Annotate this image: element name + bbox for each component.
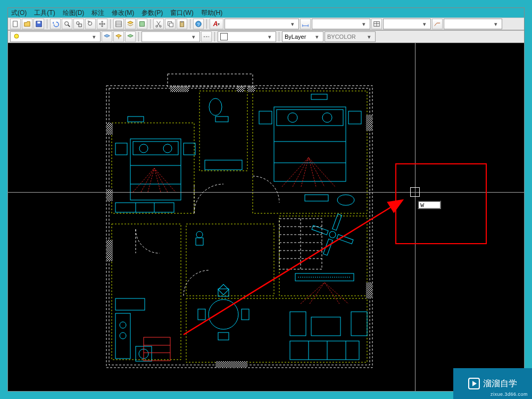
open-button[interactable] [22, 19, 32, 29]
menu-draw[interactable]: 绘图(D) [63, 9, 85, 18]
chevron-down-icon: ▾ [365, 34, 373, 40]
svg-rect-109 [128, 117, 144, 122]
plotstyle-combo[interactable]: BYCOLOR ▾ [325, 31, 376, 42]
annotation-box [395, 163, 487, 244]
svg-rect-81 [218, 284, 229, 295]
svg-rect-99 [115, 298, 145, 310]
tablestyle-combo[interactable]: ▾ [383, 19, 431, 29]
menu-tools[interactable]: 工具(T) [34, 9, 55, 18]
pan-button[interactable] [97, 19, 107, 29]
svg-rect-104 [144, 337, 170, 361]
svg-point-13 [160, 26, 162, 28]
zoom-prev-button[interactable] [85, 19, 96, 29]
svg-rect-112 [305, 195, 328, 201]
lineweight-combo[interactable]: ByLayer ▾ [282, 31, 323, 42]
svg-rect-72 [332, 214, 342, 230]
menu-params[interactable]: 参数(P) [142, 9, 163, 18]
svg-point-76 [209, 300, 238, 329]
linetype-combo[interactable]: ▾ [142, 31, 200, 42]
svg-point-100 [120, 322, 126, 328]
layer-prev-button[interactable] [102, 31, 112, 42]
cut-button[interactable] [153, 19, 164, 29]
svg-rect-39 [186, 224, 274, 296]
floorplan-drawing [56, 54, 439, 384]
separator [150, 19, 151, 29]
svg-rect-48 [366, 115, 372, 131]
chevron-down-icon: ▾ [190, 34, 197, 40]
menu-format[interactable]: 式(O) [11, 9, 27, 18]
drawing-canvas[interactable] [8, 43, 524, 391]
svg-point-71 [328, 230, 336, 238]
layer-combo[interactable]: ▾ [10, 31, 101, 42]
table-style-button[interactable] [371, 19, 382, 29]
paste-button[interactable] [177, 19, 187, 29]
new-button[interactable] [10, 19, 21, 29]
menu-modify[interactable]: 修改(M) [112, 9, 134, 18]
svg-rect-53 [133, 142, 178, 155]
separator [206, 19, 207, 29]
help-button[interactable]: ? [193, 19, 204, 29]
svg-rect-88 [311, 317, 340, 336]
svg-point-101 [120, 332, 126, 339]
svg-rect-66 [259, 111, 272, 124]
mleader-combo[interactable]: ▾ [444, 19, 502, 29]
svg-rect-17 [181, 21, 183, 23]
layer-iso-button[interactable] [113, 31, 124, 42]
svg-rect-59 [277, 110, 343, 126]
block-button[interactable] [137, 19, 147, 29]
text-style-button[interactable]: A▾ [210, 19, 223, 29]
zoom-extents-button[interactable] [62, 19, 72, 29]
svg-rect-98 [115, 313, 130, 359]
svg-rect-51 [168, 74, 253, 87]
svg-point-7 [88, 22, 92, 26]
svg-point-62 [288, 113, 297, 122]
linetype-scale-button[interactable] [201, 31, 212, 42]
svg-rect-33 [106, 86, 372, 368]
svg-rect-113 [115, 203, 174, 212]
svg-rect-73 [323, 239, 333, 255]
dimstyle-combo[interactable]: ▾ [312, 19, 370, 29]
svg-line-4 [68, 25, 70, 27]
separator [138, 32, 139, 41]
properties-button[interactable] [113, 19, 124, 29]
watermark-badge: 溜溜自学 zixue.3d66.com [453, 368, 532, 399]
color-swatch [220, 33, 228, 40]
svg-rect-8 [116, 21, 122, 27]
svg-rect-15 [169, 23, 173, 27]
undo-button[interactable] [50, 19, 61, 29]
svg-rect-45 [106, 123, 113, 135]
svg-point-56 [139, 144, 148, 153]
svg-rect-75 [337, 235, 353, 244]
svg-rect-2 [37, 22, 40, 24]
svg-rect-110 [215, 117, 228, 122]
layers-button[interactable] [125, 19, 136, 29]
save-button[interactable] [34, 19, 44, 29]
svg-point-26 [14, 34, 19, 38]
chevron-down-icon: ▾ [492, 21, 500, 28]
svg-rect-86 [290, 312, 306, 336]
svg-point-57 [163, 144, 172, 153]
layer-state-button[interactable] [125, 31, 136, 42]
color-combo[interactable]: ▾ [218, 31, 276, 42]
badge-title: 溜溜自学 [483, 378, 517, 389]
plotstyle-value: BYCOLOR [327, 34, 356, 40]
dim-style-button[interactable] [300, 19, 311, 29]
menu-help[interactable]: 帮助(H) [201, 9, 223, 18]
svg-rect-11 [140, 22, 145, 27]
svg-rect-65 [184, 143, 195, 155]
svg-rect-80 [242, 309, 249, 320]
app-window: 式(O) 工具(T) 绘图(D) 标注 修改(M) 参数(P) 窗口(W) 帮助… [7, 7, 525, 392]
svg-rect-69 [205, 160, 242, 170]
svg-point-12 [156, 26, 158, 28]
svg-rect-52 [130, 139, 181, 200]
textstyle-combo[interactable]: ▾ [225, 19, 299, 29]
copy-button[interactable] [165, 19, 176, 29]
svg-rect-46 [106, 189, 113, 201]
svg-rect-49 [366, 282, 372, 298]
menu-dimension[interactable]: 标注 [92, 9, 104, 18]
svg-point-3 [65, 22, 69, 26]
svg-rect-78 [218, 332, 229, 340]
menu-window[interactable]: 窗口(W) [170, 9, 193, 18]
zoom-window-button[interactable] [73, 19, 84, 29]
mleader-button[interactable] [432, 19, 443, 29]
